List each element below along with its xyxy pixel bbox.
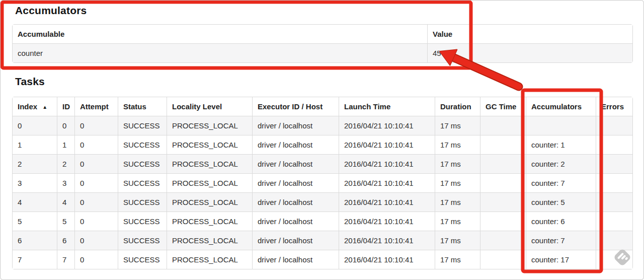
column-header-status[interactable]: Status <box>118 97 167 116</box>
cell-id: 5 <box>57 212 74 231</box>
cell-errors <box>596 173 632 192</box>
tasks-table: Index▲ ID Attempt Status Locality Level … <box>12 97 633 269</box>
cell-id: 2 <box>57 154 74 173</box>
column-header-attempt[interactable]: Attempt <box>74 97 118 116</box>
tasks-section-heading: Tasks <box>15 76 45 88</box>
cell-locality-level: PROCESS_LOCAL <box>167 154 252 173</box>
cell-status: SUCCESS <box>118 116 167 135</box>
cell-gc-time <box>480 231 526 250</box>
column-header-errors[interactable]: Errors <box>596 97 632 116</box>
cell-launch-time: 2016/04/21 10:10:41 <box>339 173 435 192</box>
cell-index: 0 <box>13 116 57 135</box>
column-header-index[interactable]: Index▲ <box>13 97 57 116</box>
cell-executor-id-host: driver / localhost <box>252 231 339 250</box>
cell-errors <box>596 135 632 154</box>
cell-duration: 17 ms <box>435 116 480 135</box>
column-header-value: Value <box>427 25 632 43</box>
task-row: 7 7 0 SUCCESS PROCESS_LOCAL driver / loc… <box>13 250 632 269</box>
cell-locality-level: PROCESS_LOCAL <box>167 192 252 212</box>
cell-gc-time <box>480 116 526 135</box>
cell-executor-id-host: driver / localhost <box>252 116 339 135</box>
tasks-header-row: Index▲ ID Attempt Status Locality Level … <box>13 97 632 116</box>
cell-duration: 17 ms <box>435 154 480 173</box>
cell-duration: 17 ms <box>435 250 480 269</box>
cell-attempt: 0 <box>74 135 118 154</box>
cell-attempt: 0 <box>74 173 118 192</box>
cell-accumulators: counter: 1 <box>526 135 596 154</box>
column-header-duration[interactable]: Duration <box>435 97 480 116</box>
cell-status: SUCCESS <box>118 154 167 173</box>
cell-launch-time: 2016/04/21 10:10:41 <box>339 192 435 212</box>
column-header-gc-time[interactable]: GC Time <box>480 97 526 116</box>
cell-id: 6 <box>57 231 74 250</box>
cell-accumulators: counter: 2 <box>526 154 596 173</box>
cell-attempt: 0 <box>74 192 118 212</box>
cell-launch-time: 2016/04/21 10:10:41 <box>339 154 435 173</box>
sort-ascending-icon: ▲ <box>42 104 47 110</box>
column-header-accumulable: Accumulable <box>13 25 427 43</box>
cell-locality-level: PROCESS_LOCAL <box>167 212 252 231</box>
cell-executor-id-host: driver / localhost <box>252 154 339 173</box>
cell-attempt: 0 <box>74 231 118 250</box>
cell-index: 2 <box>13 154 57 173</box>
cell-executor-id-host: driver / localhost <box>252 250 339 269</box>
accumulator-row: counter 45 <box>13 43 632 62</box>
accumulators-table: Accumulable Value counter 45 <box>12 24 633 63</box>
cell-executor-id-host: driver / localhost <box>252 173 339 192</box>
cell-accumulators: counter: 17 <box>526 250 596 269</box>
cell-status: SUCCESS <box>118 250 167 269</box>
cell-executor-id-host: driver / localhost <box>252 135 339 154</box>
cell-gc-time <box>480 250 526 269</box>
cell-index: 3 <box>13 173 57 192</box>
cell-accumulators: counter: 7 <box>526 173 596 192</box>
cell-accumulators: counter: 6 <box>526 212 596 231</box>
cell-status: SUCCESS <box>118 192 167 212</box>
cell-index: 4 <box>13 192 57 212</box>
column-header-index-label: Index <box>18 102 37 111</box>
cell-duration: 17 ms <box>435 173 480 192</box>
cell-id: 0 <box>57 116 74 135</box>
cell-locality-level: PROCESS_LOCAL <box>167 135 252 154</box>
task-row: 2 2 0 SUCCESS PROCESS_LOCAL driver / loc… <box>13 154 632 173</box>
spark-ui-page: { "annotations": { "color": "#e8291c", "… <box>0 0 644 280</box>
cell-launch-time: 2016/04/21 10:10:41 <box>339 135 435 154</box>
column-header-launch-time[interactable]: Launch Time <box>339 97 435 116</box>
cell-duration: 17 ms <box>435 192 480 212</box>
cell-executor-id-host: driver / localhost <box>252 192 339 212</box>
column-header-executor-id-host[interactable]: Executor ID / Host <box>252 97 339 116</box>
cell-duration: 17 ms <box>435 231 480 250</box>
cell-errors <box>596 212 632 231</box>
cell-errors <box>596 192 632 212</box>
column-header-id[interactable]: ID <box>57 97 74 116</box>
cell-errors <box>596 250 632 269</box>
task-row: 6 6 0 SUCCESS PROCESS_LOCAL driver / loc… <box>13 231 632 250</box>
cell-id: 1 <box>57 135 74 154</box>
cell-status: SUCCESS <box>118 212 167 231</box>
column-header-accumulators[interactable]: Accumulators <box>526 97 596 116</box>
cell-duration: 17 ms <box>435 135 480 154</box>
cell-duration: 17 ms <box>435 212 480 231</box>
cell-accumulable-name: counter <box>13 43 427 62</box>
cell-gc-time <box>480 154 526 173</box>
cell-locality-level: PROCESS_LOCAL <box>167 116 252 135</box>
task-row: 5 5 0 SUCCESS PROCESS_LOCAL driver / loc… <box>13 212 632 231</box>
cell-index: 6 <box>13 231 57 250</box>
task-row: 4 4 0 SUCCESS PROCESS_LOCAL driver / loc… <box>13 192 632 212</box>
cell-gc-time <box>480 212 526 231</box>
cell-id: 7 <box>57 250 74 269</box>
cell-attempt: 0 <box>74 154 118 173</box>
cell-id: 4 <box>57 192 74 212</box>
cell-errors <box>596 154 632 173</box>
task-row: 3 3 0 SUCCESS PROCESS_LOCAL driver / loc… <box>13 173 632 192</box>
cell-launch-time: 2016/04/21 10:10:41 <box>339 250 435 269</box>
cell-launch-time: 2016/04/21 10:10:41 <box>339 212 435 231</box>
cell-gc-time <box>480 192 526 212</box>
accumulators-header-row: Accumulable Value <box>13 25 632 43</box>
cell-errors <box>596 116 632 135</box>
cell-gc-time <box>480 135 526 154</box>
task-row: 0 0 0 SUCCESS PROCESS_LOCAL driver / loc… <box>13 116 632 135</box>
cell-status: SUCCESS <box>118 135 167 154</box>
column-header-locality-level[interactable]: Locality Level <box>167 97 252 116</box>
cell-launch-time: 2016/04/21 10:10:41 <box>339 231 435 250</box>
cell-id: 3 <box>57 173 74 192</box>
